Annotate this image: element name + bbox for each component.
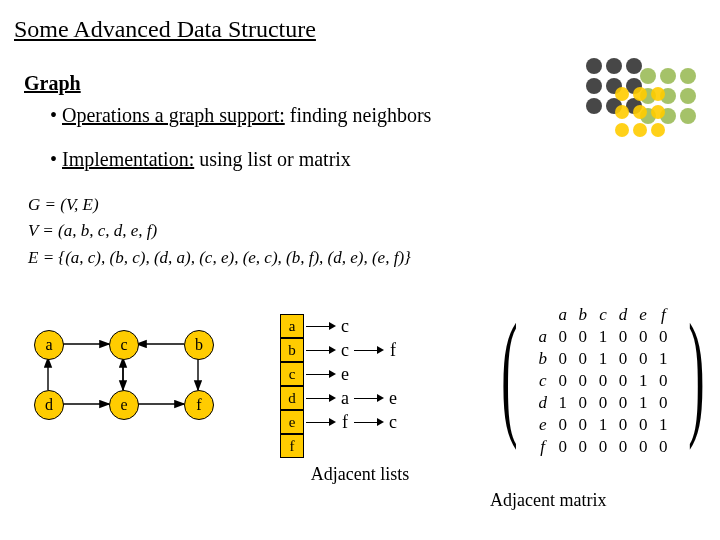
svg-point-23 [651, 105, 665, 119]
matrix-cell: 0 [613, 436, 633, 458]
adjlist-val: f [386, 340, 400, 361]
adjlist-val: c [338, 316, 352, 337]
bullet-implementation-label: Implementation: [62, 148, 194, 170]
adjlist-val: c [338, 340, 352, 361]
matrix-cell: 1 [593, 348, 613, 370]
matrix-table: abcdefa001000b001001c000010d100010e00100… [533, 304, 674, 458]
eqn-g: G = (V, E) [28, 192, 411, 218]
matrix-col-label: d [613, 304, 633, 326]
matrix-cell: 0 [553, 326, 573, 348]
matrix-cell: 0 [593, 436, 613, 458]
matrix-cell: 0 [633, 348, 653, 370]
matrix-row-label: a [533, 326, 553, 348]
svg-point-20 [651, 87, 665, 101]
matrix-cell: 0 [573, 392, 593, 414]
matrix-cell: 0 [613, 392, 633, 414]
adjlist-val: f [338, 412, 352, 433]
matrix-cell: 0 [633, 414, 653, 436]
paren-right-icon: ) [689, 298, 705, 464]
matrix-cell: 0 [553, 414, 573, 436]
adjlist-row-e: efc [280, 410, 440, 434]
matrix-cell: 0 [653, 392, 673, 414]
svg-point-19 [633, 87, 647, 101]
svg-point-24 [615, 123, 629, 137]
matrix-cell: 0 [613, 326, 633, 348]
matrix-cell: 0 [633, 326, 653, 348]
svg-point-21 [615, 105, 629, 119]
matrix-cell: 0 [573, 436, 593, 458]
paren-left-icon: ( [501, 298, 517, 464]
svg-point-11 [680, 68, 696, 84]
adjlist-row-c: ce [280, 362, 440, 386]
svg-point-17 [680, 108, 696, 124]
adjlist-row-b: bcf [280, 338, 440, 362]
matrix-col-label: f [653, 304, 673, 326]
matrix-row-label: c [533, 370, 553, 392]
arrow-icon [304, 339, 338, 361]
matrix-cell: 1 [633, 370, 653, 392]
matrix-col-label: e [633, 304, 653, 326]
arrow-icon [352, 411, 386, 433]
svg-point-14 [680, 88, 696, 104]
matrix-row-label: f [533, 436, 553, 458]
arrow-icon [304, 411, 338, 433]
adjlist-val: e [338, 364, 352, 385]
bullet-operations-label: Operations a graph support: [62, 104, 285, 126]
matrix-row: c000010 [533, 370, 674, 392]
adjlist-row-a: ac [280, 314, 440, 338]
matrix-cell: 1 [553, 392, 573, 414]
svg-point-10 [660, 68, 676, 84]
adjacency-list-caption: Adjacent lists [280, 464, 440, 485]
matrix-row-label: d [533, 392, 553, 414]
matrix-cell: 1 [593, 326, 613, 348]
matrix-row: b001001 [533, 348, 674, 370]
adjlist-val: a [338, 388, 352, 409]
matrix-cell: 0 [613, 348, 633, 370]
matrix-cell: 1 [593, 414, 613, 436]
arrow-icon [304, 387, 338, 409]
matrix-cell: 0 [553, 348, 573, 370]
svg-point-9 [640, 68, 656, 84]
svg-point-1 [606, 58, 622, 74]
matrix-cell: 0 [573, 348, 593, 370]
matrix-cell: 0 [593, 392, 613, 414]
svg-point-18 [615, 87, 629, 101]
eqn-v: V = (a, b, c, d, e, f) [28, 218, 411, 244]
matrix-cell: 0 [553, 370, 573, 392]
svg-point-2 [626, 58, 642, 74]
arrow-icon [304, 363, 338, 385]
arrow-icon [304, 315, 338, 337]
matrix-col-label: a [553, 304, 573, 326]
adjlist-head: f [280, 434, 304, 458]
svg-point-26 [651, 123, 665, 137]
svg-point-3 [586, 78, 602, 94]
adjlist-head: b [280, 338, 304, 362]
matrix-row: a001000 [533, 326, 674, 348]
adjacency-matrix: ( abcdefa001000b001001c000010d100010e001… [486, 298, 720, 464]
graph-node-f: f [184, 390, 214, 420]
adjlist-head: a [280, 314, 304, 338]
svg-point-6 [586, 98, 602, 114]
matrix-row: d100010 [533, 392, 674, 414]
section-heading: Graph [24, 72, 81, 95]
equations-block: G = (V, E) V = (a, b, c, d, e, f) E = {(… [28, 192, 411, 271]
matrix-cell: 1 [653, 414, 673, 436]
matrix-cell: 0 [653, 370, 673, 392]
bullet-implementation-rest: using list or matrix [194, 148, 351, 170]
slide-root: Some Advanced Data Structure [0, 0, 720, 540]
eqn-e: E = {(a, c), (b, c), (d, a), (c, e), (e,… [28, 245, 411, 271]
matrix-col-label: b [573, 304, 593, 326]
adjacency-matrix-caption: Adjacent matrix [490, 490, 606, 511]
svg-point-25 [633, 123, 647, 137]
matrix-row: f000000 [533, 436, 674, 458]
matrix-cell: 0 [573, 370, 593, 392]
matrix-row-label: e [533, 414, 553, 436]
matrix-row: e001001 [533, 414, 674, 436]
graph-node-e: e [109, 390, 139, 420]
adjlist-val: e [386, 388, 400, 409]
adjlist-head: d [280, 386, 304, 410]
matrix-cell: 0 [653, 326, 673, 348]
adjlist-val: c [386, 412, 400, 433]
adjlist-row-f: f [280, 434, 440, 458]
matrix-row-label: b [533, 348, 553, 370]
